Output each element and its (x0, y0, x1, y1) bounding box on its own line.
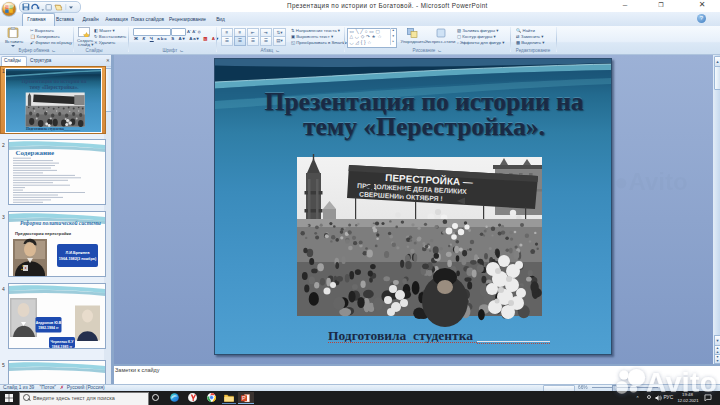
svg-text:Черненко К.У: Черненко К.У (51, 340, 75, 344)
svg-text:Содержание: Содержание (16, 149, 55, 157)
svg-text:Л.И.Брежнев: Л.И.Брежнев (65, 251, 90, 255)
svg-text:Андропов Ю.В: Андропов Ю.В (36, 321, 62, 325)
svg-text:1982-1984 гг: 1982-1984 гг (38, 326, 59, 330)
svg-text:P: P (242, 395, 246, 401)
svg-text:Реформа политической системы: Реформа политической системы (20, 220, 101, 226)
svg-text:тему «Перестройка».: тему «Перестройка». (29, 83, 79, 89)
svg-text:Предыстория перестройки: Предыстория перестройки (15, 231, 72, 236)
svg-text:1984-1985 гг: 1984-1985 гг (52, 345, 73, 349)
svg-text:Avito: Avito (646, 367, 717, 398)
svg-text:1964-1982(3 ноябрь): 1964-1982(3 ноябрь) (59, 257, 97, 261)
svg-text:Подготовила студентка_________: Подготовила студентка_________ (26, 127, 80, 131)
